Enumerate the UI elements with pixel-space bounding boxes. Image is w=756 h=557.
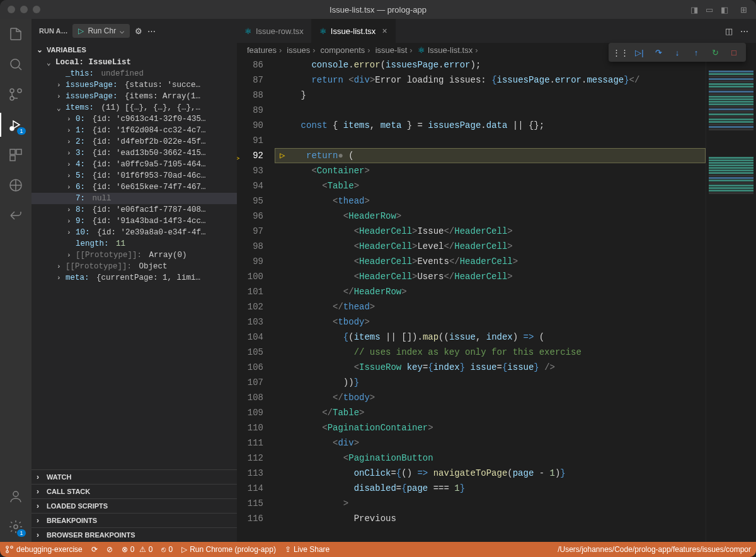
close-icon[interactable]: × — [382, 26, 387, 36]
scope-row[interactable]: ⌄ Local: IssueList — [32, 57, 237, 68]
layout-panel-bottom-icon[interactable]: ▭ — [704, 4, 714, 14]
step-over-icon[interactable]: ↷ — [653, 47, 664, 58]
var-prototype[interactable]: › [[Prototype]]: Array(0) — [32, 250, 237, 261]
settings-gear-icon[interactable]: 1 — [7, 518, 25, 536]
remote-icon[interactable] — [7, 176, 25, 194]
section-label: VARIABLES — [47, 46, 86, 54]
close-window-icon[interactable] — [8, 6, 15, 13]
browser-breakpoints-section[interactable]: ›BROWSER BREAKPOINTS — [32, 527, 237, 542]
scope-label: Local: IssueList — [55, 58, 131, 67]
maximize-window-icon[interactable] — [33, 6, 40, 13]
var-prototype[interactable]: › [[Prototype]]: Object — [32, 261, 237, 272]
statusbar: debugging-exercise ⟳ ⊘ ⊗ 0 ⚠ 0 ⎋ 0 ▷ Run… — [0, 542, 756, 557]
svg-rect-5 — [10, 149, 15, 154]
var-item-7[interactable]: 7: null — [32, 193, 237, 204]
chevron-down-icon: ⌄ — [37, 45, 44, 54]
tab-issue-list[interactable]: ⚛ Issue-list.tsx × — [312, 19, 396, 43]
svg-point-3 — [10, 89, 14, 93]
svg-point-10 — [14, 525, 18, 529]
explorer-icon[interactable] — [7, 25, 25, 43]
stop-icon[interactable]: □ — [728, 47, 740, 58]
svg-point-13 — [6, 546, 9, 549]
svg-point-12 — [6, 551, 9, 553]
variables-tree[interactable]: ⌄ Local: IssueList _this: undefined › is… — [32, 57, 237, 469]
var-length[interactable]: length: 11 — [32, 238, 237, 250]
settings-badge: 1 — [17, 529, 26, 537]
more-icon[interactable]: ⋯ — [147, 26, 156, 36]
breakpoints-section[interactable]: ›BREAKPOINTS — [32, 513, 237, 527]
continue-icon[interactable]: ▷| — [634, 47, 645, 58]
svg-point-1 — [18, 89, 21, 93]
var-item-4[interactable]: ›4: {id: 'a0ffc9a5-7105-464… — [32, 159, 237, 170]
cloud-icon[interactable]: ⊘ — [106, 545, 113, 554]
tab-issue-row[interactable]: ⚛ Issue-row.tsx — [237, 19, 312, 43]
run-header: RUN A… ▷ Run Chr ⌵ ⚙ ⋯ — [32, 19, 237, 43]
step-into-icon[interactable]: ↓ — [672, 47, 683, 58]
callstack-section[interactable]: ›CALL STACK — [32, 484, 237, 498]
svg-point-0 — [11, 59, 20, 68]
play-icon: ▷ — [78, 26, 84, 35]
account-icon[interactable] — [7, 488, 25, 505]
var-item-8[interactable]: ›8: {id: 'e06fac1f-7787-408… — [32, 204, 237, 215]
problems-indicator[interactable]: ⊗ 0 ⚠ 0 — [122, 545, 153, 554]
var-item-6[interactable]: ›6: {id: '6e615kee-74f7-467… — [32, 181, 237, 193]
minimize-window-icon[interactable] — [20, 6, 28, 13]
variables-section-header[interactable]: ⌄ VARIABLES — [32, 43, 237, 57]
watch-section[interactable]: ›WATCH — [32, 469, 237, 484]
var-item-5[interactable]: ›5: {id: '01f6f953-70ad-46c… — [32, 170, 237, 181]
var-meta[interactable]: › meta: {currentPage: 1, limi… — [32, 272, 237, 284]
run-debug-icon[interactable]: 1 — [7, 116, 25, 134]
var-item-2[interactable]: ›2: {id: 'd4febf2b-022e-45f… — [32, 136, 237, 147]
gear-icon[interactable]: ⚙ — [135, 26, 142, 36]
port-indicator[interactable]: ⎋ 0 — [161, 545, 173, 554]
var-this[interactable]: _this: undefined — [32, 68, 237, 79]
debug-badge: 1 — [17, 127, 26, 135]
react-file-icon: ⚛ — [418, 45, 425, 55]
breadcrumb[interactable]: features issues components issue-list ⚛ … — [237, 43, 756, 57]
var-items[interactable]: ⌄ items: (11) [{…}, {…}, {…},… — [32, 102, 237, 113]
svg-point-4 — [10, 127, 14, 130]
editor-group: ⚛ Issue-row.tsx ⚛ Issue-list.tsx × ◫ ⋯ f… — [237, 19, 756, 542]
source-control-icon[interactable] — [7, 86, 25, 103]
extensions-icon[interactable] — [7, 146, 25, 164]
var-item-10[interactable]: ›10: {id: '2e39a8a0-e34f-4f… — [32, 227, 237, 238]
var-item-1[interactable]: ›1: {id: '1f62d084-cc32-4c7… — [32, 125, 237, 136]
file-path[interactable]: /Users/johannes/Code/prolog-app/features… — [558, 545, 751, 554]
restart-icon[interactable]: ↻ — [709, 47, 721, 58]
var-item-9[interactable]: ›9: {id: '91a43bad-14f3-4cc… — [32, 215, 237, 227]
split-editor-icon[interactable]: ◫ — [725, 26, 733, 36]
var-item-0[interactable]: ›0: {id: 'c9613c41-32f0-435… — [32, 113, 237, 125]
sync-icon[interactable]: ⟳ — [91, 545, 98, 554]
share-icon[interactable] — [7, 207, 25, 224]
debug-sidebar: RUN A… ▷ Run Chr ⌵ ⚙ ⋯ ⌄ VARIABLES ⌄ Loc… — [32, 19, 237, 542]
layout-panel-right-icon[interactable]: ◧ — [719, 4, 730, 14]
step-out-icon[interactable]: ↑ — [690, 47, 702, 58]
branch-indicator[interactable]: debugging-exercise — [5, 545, 83, 554]
loaded-scripts-section[interactable]: ›LOADED SCRIPTS — [32, 498, 237, 513]
react-file-icon: ⚛ — [244, 26, 252, 36]
code-content[interactable]: console.error(issuesPage.error); return … — [275, 57, 706, 542]
debug-config-dropdown[interactable]: ▷ Run Chr ⌵ — [72, 24, 130, 38]
svg-rect-6 — [16, 149, 21, 154]
search-icon[interactable] — [7, 55, 25, 73]
activity-bar: 1 1 — [0, 19, 32, 542]
svg-point-9 — [13, 491, 18, 497]
traffic-lights[interactable] — [8, 6, 40, 13]
titlebar-layout-icons: ◨ ▭ ◧ ⊞ — [689, 4, 748, 14]
code-editor[interactable]: 868788899091▷929394959697989910010110210… — [237, 57, 756, 542]
live-share[interactable]: ⇪ Live Share — [285, 545, 329, 554]
layout-customize-icon[interactable]: ⊞ — [738, 4, 748, 14]
chevron-down-icon: ⌵ — [120, 26, 124, 35]
svg-rect-7 — [10, 156, 15, 161]
minimap[interactable] — [706, 57, 756, 542]
more-actions-icon[interactable]: ⋯ — [740, 26, 748, 36]
drag-handle-icon[interactable]: ⋮⋮ — [615, 47, 626, 58]
layout-panel-left-icon[interactable]: ◨ — [689, 4, 699, 14]
line-gutter: 868788899091▷929394959697989910010110210… — [237, 57, 275, 542]
debug-status[interactable]: ▷ Run Chrome (prolog-app) — [181, 545, 276, 554]
run-label: RUN A… — [39, 27, 67, 35]
var-issuespage-2[interactable]: › issuesPage: {items: Array(1… — [32, 91, 237, 102]
debug-toolbar: ⋮⋮ ▷| ↷ ↓ ↑ ↻ □ — [609, 43, 746, 62]
var-issuespage[interactable]: › issuesPage: {status: 'succe… — [32, 79, 237, 91]
var-item-3[interactable]: ›3: {id: 'ead13b50-3662-415… — [32, 147, 237, 159]
